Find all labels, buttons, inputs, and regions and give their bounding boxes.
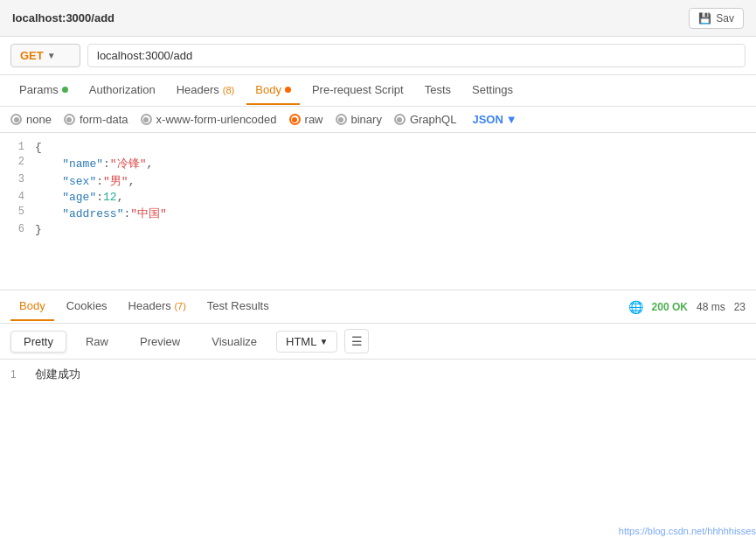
pre-request-label: Pre-request Script — [312, 83, 404, 96]
window-title: localhost:3000/add — [12, 11, 114, 24]
resp-headers-badge: (7) — [174, 301, 185, 311]
line-content-2: "name":"冷锋", — [35, 156, 756, 171]
request-tabs: Params Authorization Headers (8) Body Pr… — [0, 75, 756, 107]
code-line-1: 1 { — [0, 140, 756, 155]
html-chevron-icon: ▼ — [319, 337, 328, 346]
resp-line-num-1: 1 — [10, 368, 28, 381]
format-graphql-label: GraphQL — [410, 113, 456, 126]
resp-test-results-label: Test Results — [207, 299, 269, 312]
line-content-4: "age":12, — [35, 191, 756, 204]
line-content-1: { — [35, 141, 756, 154]
line-content-3: "sex":"男", — [35, 173, 756, 189]
tab-headers[interactable]: Headers (8) — [168, 76, 244, 105]
tab-pre-request-script[interactable]: Pre-request Script — [303, 76, 413, 105]
resp-format-visualize[interactable]: Visualize — [199, 332, 269, 352]
format-form-data-label: form-data — [80, 113, 128, 126]
line-content-6: } — [35, 223, 756, 236]
body-label: Body — [255, 83, 281, 96]
save-icon: 💾 — [698, 12, 711, 24]
resp-format-raw[interactable]: Raw — [73, 332, 121, 352]
format-none-label: none — [26, 113, 52, 126]
url-bar: GET ▼ — [0, 37, 756, 75]
method-select[interactable]: GET ▼ — [10, 44, 80, 67]
json-label: JSON — [472, 113, 503, 126]
method-label: GET — [20, 49, 44, 62]
response-section: Body Cookies Headers (7) Test Results 🌐 … — [0, 290, 756, 389]
tab-tests[interactable]: Tests — [416, 76, 460, 105]
tab-authorization[interactable]: Authorization — [80, 76, 164, 105]
resp-tab-body[interactable]: Body — [10, 292, 54, 321]
authorization-label: Authorization — [89, 83, 156, 96]
resp-body-label: Body — [19, 299, 45, 312]
params-dot — [62, 87, 68, 93]
format-binary-label: binary — [351, 113, 382, 126]
status-code: 200 OK — [652, 301, 688, 313]
resp-format-pretty[interactable]: Pretty — [10, 331, 66, 353]
resp-tab-headers[interactable]: Headers (7) — [120, 292, 195, 321]
json-format-select[interactable]: JSON ▼ — [472, 113, 517, 126]
resp-headers-label: Headers — [128, 299, 171, 312]
url-input[interactable] — [87, 44, 746, 67]
resp-cookies-label: Cookies — [66, 299, 108, 312]
resp-type-select[interactable]: HTML ▼ — [276, 331, 337, 353]
html-label: HTML — [286, 335, 316, 348]
save-button[interactable]: 💾 Sav — [689, 8, 744, 29]
watermark: https://blog.csdn.net/hhhhhisses — [619, 526, 756, 536]
format-raw[interactable]: raw — [289, 113, 323, 126]
format-none[interactable]: none — [10, 113, 52, 126]
resp-tab-test-results[interactable]: Test Results — [198, 292, 278, 321]
json-chevron-icon: ▼ — [506, 113, 517, 126]
response-tabs: Body Cookies Headers (7) Test Results 🌐 … — [0, 290, 756, 324]
format-raw-label: raw — [305, 113, 323, 126]
response-status: 🌐 200 OK 48 ms 23 — [628, 300, 746, 314]
resp-format-preview[interactable]: Preview — [128, 332, 192, 352]
line-num-4: 4 — [0, 191, 35, 203]
tab-params[interactable]: Params — [10, 76, 77, 105]
line-num-5: 5 — [0, 206, 35, 218]
code-line-3: 3 "sex":"男", — [0, 172, 756, 190]
wrap-lines-icon: ☰ — [351, 334, 363, 348]
code-line-4: 4 "age":12, — [0, 190, 756, 205]
resp-body-text: 创建成功 — [35, 367, 80, 382]
format-tabs: none form-data x-www-form-urlencoded raw… — [0, 107, 756, 133]
headers-label: Headers — [177, 83, 219, 96]
line-num-3: 3 — [0, 173, 35, 185]
chevron-down-icon: ▼ — [47, 51, 56, 60]
tab-settings[interactable]: Settings — [463, 76, 522, 105]
line-num-1: 1 — [0, 141, 35, 153]
globe-icon: 🌐 — [628, 300, 643, 314]
response-size: 23 — [734, 301, 746, 313]
tests-label: Tests — [425, 83, 451, 96]
response-format-bar: Pretty Raw Preview Visualize HTML ▼ ☰ — [0, 324, 756, 360]
tab-body[interactable]: Body — [246, 76, 300, 105]
format-form-data[interactable]: form-data — [64, 113, 128, 126]
format-graphql[interactable]: GraphQL — [394, 113, 456, 126]
wrap-icon[interactable]: ☰ — [344, 329, 369, 353]
body-dot — [285, 87, 291, 93]
resp-tab-cookies[interactable]: Cookies — [58, 292, 116, 321]
code-line-2: 2 "name":"冷锋", — [0, 155, 756, 172]
code-line-6: 6 } — [0, 222, 756, 237]
format-urlencoded-label: x-www-form-urlencoded — [156, 113, 277, 126]
response-body: 1 创建成功 — [0, 360, 756, 389]
settings-label: Settings — [472, 83, 513, 96]
line-num-2: 2 — [0, 156, 35, 168]
format-binary[interactable]: binary — [336, 113, 382, 126]
title-bar: localhost:3000/add 💾 Sav — [0, 0, 756, 37]
format-urlencoded[interactable]: x-www-form-urlencoded — [141, 113, 277, 126]
resp-line-1: 1 创建成功 — [10, 367, 746, 382]
code-editor[interactable]: 1 { 2 "name":"冷锋", 3 "sex":"男", 4 "age":… — [0, 133, 756, 290]
headers-badge: (8) — [223, 85, 234, 95]
line-num-6: 6 — [0, 223, 35, 235]
response-time: 48 ms — [697, 301, 725, 313]
params-label: Params — [19, 83, 59, 96]
code-line-5: 5 "address":"中国" — [0, 205, 756, 222]
line-content-5: "address":"中国" — [35, 206, 756, 221]
